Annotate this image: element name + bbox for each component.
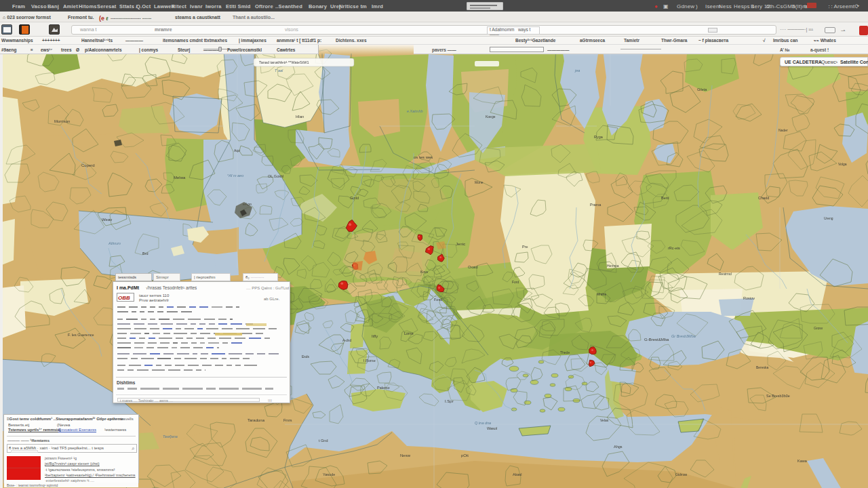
svg-text:Gidmas: Gidmas xyxy=(675,472,688,476)
svg-text:Restrmd: Restrmd xyxy=(719,272,732,276)
svg-text:Koege: Koege xyxy=(486,115,496,119)
svg-text:Pre: Pre xyxy=(522,245,528,249)
svg-text:I.Spr: I.Spr xyxy=(445,399,454,403)
svg-text:A-dnd: A-dnd xyxy=(342,338,352,342)
svg-text:Tanad tanathfetr¹ **WateStW1: Tanad tanathfetr¹ **WateStW1 xyxy=(259,60,309,64)
svg-text:OL.Goshl: OL.Goshl xyxy=(268,174,283,178)
svg-text:Gotld: Gotld xyxy=(350,196,359,200)
svg-text:Thede: Thede xyxy=(560,350,570,354)
svg-text:Se Bresb3b0e: Se Bresb3b0e xyxy=(766,394,790,398)
svg-text:rRc-ets: rRc-ets xyxy=(668,246,680,250)
svg-text:Bereska: Bereska xyxy=(756,365,769,369)
svg-text:Aqo: Aqo xyxy=(234,148,240,152)
svg-text:Fosd: Fosd xyxy=(434,298,442,302)
svg-text:os tes wes: os tes wes xyxy=(414,155,433,159)
svg-text:Ford: Ford xyxy=(512,280,519,284)
svg-text:Brd: Brd xyxy=(142,251,149,256)
svg-text:Weav: Weav xyxy=(102,218,112,222)
svg-text:Mone: Mone xyxy=(475,180,484,184)
svg-text:Gileta: Gileta xyxy=(697,87,707,92)
svg-text:Esds: Esds xyxy=(302,354,310,359)
svg-text:Yasude: Yasude xyxy=(323,472,335,476)
svg-text:Kawa: Kawa xyxy=(797,459,808,463)
svg-text:F. les Guerence: F. les Guerence xyxy=(68,333,94,337)
svg-text:°Af m aeo: °Af m aeo xyxy=(227,174,243,178)
svg-text:Akasl: Akasl xyxy=(513,472,521,476)
svg-text:Prama: Prama xyxy=(590,203,601,207)
svg-text:Chadd: Chadd xyxy=(758,196,769,200)
svg-text:Berd: Berd xyxy=(661,196,669,200)
svg-text:Q.tna dna: Q.tna dna xyxy=(475,421,491,425)
svg-text:G-Brest&Mba: G-Brest&Mba xyxy=(644,338,669,342)
svg-text:Nader: Nader xyxy=(778,128,788,132)
svg-text:Hlan: Hlan xyxy=(296,115,304,119)
svg-text:Kove: Kove xyxy=(420,270,429,274)
svg-text:Jentc: Jentc xyxy=(456,242,465,246)
svg-text:Nesw: Nesw xyxy=(400,453,411,458)
svg-text:Itfly: Itfly xyxy=(372,334,378,338)
svg-text:Lome: Lome xyxy=(404,331,414,336)
svg-text:pOit: pOit xyxy=(461,453,469,458)
svg-text:T aal: T aal xyxy=(275,68,283,73)
svg-text:Melwa: Melwa xyxy=(174,176,186,180)
svg-text:Grosv: Grosv xyxy=(814,326,823,330)
svg-text:Ureng: Ureng xyxy=(824,216,833,220)
svg-text:Velas: Velas xyxy=(600,418,609,422)
svg-text:Oxatd: Oxatd xyxy=(468,265,478,269)
svg-text:Taradona: Taradona xyxy=(248,418,265,422)
svg-text:Tawfjana: Tawfjana xyxy=(163,434,178,439)
svg-text:Rostov: Rostov xyxy=(743,296,755,300)
svg-text:t Gnd: t Gnd xyxy=(319,439,328,443)
svg-text:Athrum: Athrum xyxy=(108,241,121,245)
svg-text:Mrahe: Mrahe xyxy=(597,292,606,296)
svg-text:Ryga: Ryga xyxy=(594,135,604,139)
svg-text:Palemo: Palemo xyxy=(377,386,390,390)
svg-text:Fmrs: Fmrs xyxy=(283,418,292,422)
svg-text:Hemma: Hemma xyxy=(607,264,619,268)
svg-text:Morrison: Morrison xyxy=(54,119,70,123)
svg-text:Volga: Volga xyxy=(838,162,847,166)
svg-text:Wasol: Wasol xyxy=(487,426,497,430)
svg-text:e.Xatmhb: e.Xatmhb xyxy=(407,109,423,113)
svg-text:Gr Bresb3Mba: Gr Bresb3Mba xyxy=(671,334,696,338)
svg-text:Coperd: Coperd xyxy=(81,163,95,167)
svg-text:Ahgs: Ahgs xyxy=(614,445,623,449)
svg-text:I.Rome: I.Rome xyxy=(363,359,376,363)
svg-text:jea: jea xyxy=(574,68,580,73)
